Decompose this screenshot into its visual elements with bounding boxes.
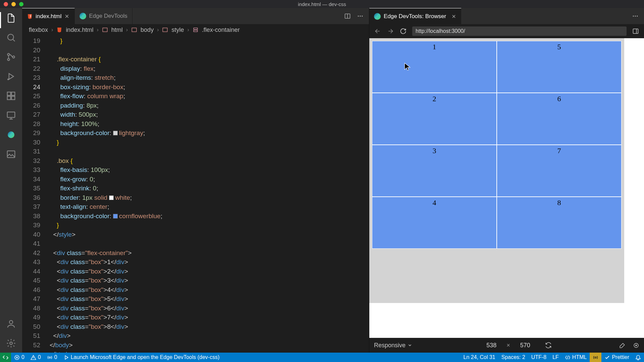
code-content[interactable]: } .flex-container { display: flex; align… [46,36,369,353]
edge-browser-icon [79,13,86,19]
close-icon[interactable] [64,13,70,19]
preview-box: 6 [497,93,622,145]
editor-group: index.html Edge DevTools [22,8,369,353]
svg-point-2 [7,58,9,60]
account-icon[interactable] [6,318,16,329]
tab-edge-devtools[interactable]: Edge DevTools [75,8,132,24]
svg-point-22 [637,16,638,17]
back-icon[interactable] [374,27,381,35]
devtools-pane: Edge DevTools: Browser http://localhost:… [369,8,644,353]
launch-hint[interactable]: Launch Microsoft Edge and open the Edge … [60,353,223,362]
edge-tools-icon[interactable] [6,129,16,140]
forward-icon[interactable] [387,27,394,35]
editor-tabs: index.html Edge DevTools [22,8,369,24]
chevron-right-icon: › [187,27,189,33]
svg-point-15 [360,16,361,17]
breadcrumb-item[interactable]: body [141,26,154,34]
devtools-footer: Responsive 538 × 570 [369,338,644,353]
rotate-icon[interactable] [545,342,552,349]
breadcrumb-item[interactable]: html [111,26,123,34]
preview-box: 8 [497,197,622,249]
encoding[interactable]: UTF-8 [528,353,549,362]
remote-explorer-icon[interactable] [6,110,16,121]
maximize-window-icon[interactable] [19,2,23,6]
breadcrumb-item[interactable]: style [171,26,184,34]
responsive-dropdown[interactable]: Responsive [374,342,412,349]
activity-bar [0,8,22,353]
extensions-icon[interactable] [6,90,16,101]
svg-rect-7 [7,96,11,100]
split-editor-icon[interactable] [344,13,351,19]
close-icon[interactable] [451,14,457,19]
dock-icon[interactable] [632,27,639,35]
svg-rect-17 [103,28,107,32]
breadcrumb-item[interactable]: .flex-container [202,26,240,34]
breadcrumb-item[interactable]: index.html [66,26,93,34]
minimize-window-icon[interactable] [11,2,16,6]
viewport-height[interactable]: 570 [514,342,537,349]
preview-box: 2 [372,93,497,145]
gear-icon[interactable] [6,338,16,349]
port-forward[interactable]: 0 [44,353,60,362]
svg-rect-23 [633,29,638,33]
cursor-position[interactable]: Ln 24, Col 31 [461,353,498,362]
breadcrumb[interactable]: flexbox › index.html › html › body › sty… [22,24,369,36]
code-editor[interactable]: 1920212223242526272829303132333435363738… [22,36,369,353]
language-mode[interactable]: HTML [562,353,590,362]
url-input[interactable]: http://localhost:3000/ [412,26,627,36]
errors-count[interactable]: 0 [11,353,28,362]
warnings-count[interactable]: 0 [28,353,44,362]
symbol-icon [162,27,168,33]
svg-point-4 [8,79,9,80]
more-icon[interactable] [357,13,364,19]
run-debug-icon[interactable] [6,71,16,82]
line-numbers: 1920212223242526272829303132333435363738… [22,36,46,353]
svg-point-3 [12,56,14,58]
chevron-right-icon: › [51,27,53,33]
svg-point-1 [7,53,9,55]
symbol-icon [131,27,137,33]
close-window-icon[interactable] [4,2,8,6]
eol[interactable]: LF [549,353,562,362]
image-icon[interactable] [6,149,16,160]
tab-devtools-browser[interactable]: Edge DevTools: Browser [369,8,461,24]
svg-rect-18 [132,28,137,32]
html-file-icon [56,27,62,33]
browser-toolbar: http://localhost:3000/ [369,24,644,38]
preview-box: 1 [372,41,497,93]
indentation[interactable]: Spaces: 2 [498,353,528,362]
explorer-icon[interactable] [6,13,16,23]
window-title: index.html — dev-css [298,1,346,7]
prettier-status[interactable]: Prettier [601,353,632,362]
chevron-down-icon [408,343,412,348]
viewport-width[interactable]: 538 [480,342,503,349]
svg-point-25 [636,345,637,346]
svg-point-11 [9,320,13,324]
more-icon[interactable] [632,13,639,19]
breadcrumb-item[interactable]: flexbox [29,26,48,34]
target-icon[interactable] [633,342,639,349]
search-icon[interactable] [6,32,16,43]
reload-icon[interactable] [399,27,407,35]
svg-rect-10 [7,151,15,158]
preview-box: 4 [372,197,497,249]
svg-rect-8 [11,96,15,100]
notifications-icon[interactable] [632,353,644,362]
tab-label: Edge DevTools: Browser [384,13,446,20]
svg-rect-19 [163,28,168,32]
svg-point-12 [10,342,12,345]
remote-indicator[interactable] [0,353,11,362]
edit-icon[interactable] [619,342,626,349]
chevron-right-icon: › [126,27,128,33]
svg-point-16 [362,16,363,17]
symbol-icon [102,27,108,33]
browser-viewport[interactable]: 12345678 [369,38,644,338]
source-control-icon[interactable] [6,52,16,62]
html-file-icon [27,13,33,19]
preview-box: 7 [497,145,622,197]
tab-index-html[interactable]: index.html [22,8,75,24]
tab-label: Edge DevTools [89,13,127,19]
times-icon: × [506,342,510,349]
go-live[interactable] [590,353,601,362]
svg-point-27 [49,357,50,358]
